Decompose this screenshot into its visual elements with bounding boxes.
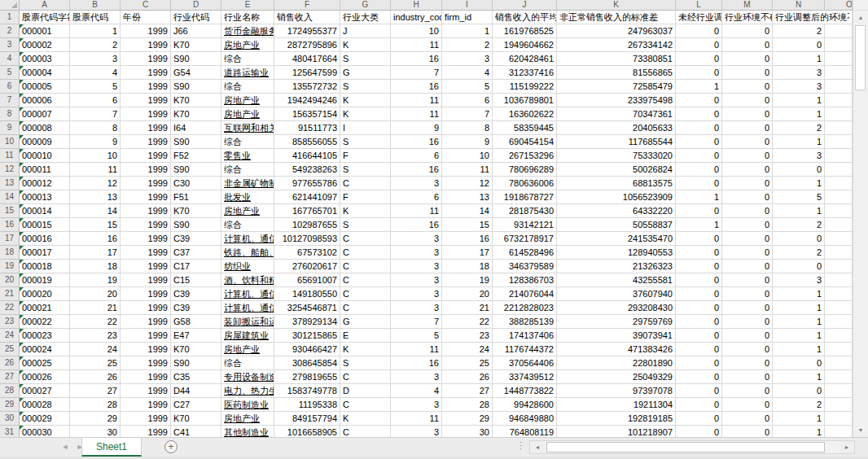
cell-K22[interactable]: 293208430 [557, 301, 676, 315]
cell-G6[interactable]: S [340, 80, 391, 94]
cell-J25[interactable]: 1176744372 [493, 343, 557, 356]
cell-M10[interactable]: 0 [722, 135, 773, 149]
row-number-12[interactable]: 12 [0, 163, 20, 177]
cell-L11[interactable]: 0 [676, 149, 722, 163]
cell-J2[interactable]: 1619768525 [493, 24, 557, 38]
cell-D27[interactable]: C35 [171, 370, 221, 384]
cell-E14[interactable]: 批发业 [221, 190, 274, 204]
cell-O7[interactable] [825, 94, 853, 107]
cell-K6[interactable]: 72585479 [557, 80, 676, 94]
cell-G16[interactable]: S [340, 218, 391, 232]
row-number-10[interactable]: 10 [0, 135, 20, 149]
cell-M8[interactable]: 0 [722, 107, 773, 121]
cell-O22[interactable] [825, 301, 853, 315]
cell-C27[interactable]: 1999 [121, 370, 171, 384]
cell-C11[interactable]: 1999 [121, 149, 171, 163]
cell-D3[interactable]: K70 [171, 38, 221, 52]
column-header-C[interactable]: C [121, 0, 171, 11]
cell-N14[interactable]: 5 [773, 190, 825, 204]
cell-H21[interactable]: 3 [391, 287, 442, 301]
cell-F4[interactable]: 480417664 [274, 52, 340, 66]
scroll-up-button[interactable]: ▲ [853, 11, 868, 24]
cell-F27[interactable]: 279819655 [274, 370, 340, 384]
cell-M26[interactable]: 0 [722, 356, 773, 370]
cell-H18[interactable]: 3 [391, 246, 442, 260]
cell-M17[interactable]: 0 [722, 232, 773, 246]
cell-O11[interactable] [825, 149, 853, 163]
cell-J19[interactable]: 346379589 [493, 260, 557, 273]
cell-B19[interactable]: 18 [70, 260, 121, 273]
row-number-30[interactable]: 30 [0, 412, 20, 426]
cell-K16[interactable]: 50558837 [557, 218, 676, 232]
cell-A9[interactable]: 000008 [20, 121, 70, 135]
cell-M2[interactable]: 0 [722, 24, 773, 38]
cell-D23[interactable]: G58 [171, 315, 221, 329]
cell-M27[interactable]: 0 [722, 370, 773, 384]
cell-A4[interactable]: 000003 [20, 52, 70, 66]
row-number-20[interactable]: 20 [0, 273, 20, 287]
cell-F28[interactable]: 1583749778 [274, 384, 340, 398]
cell-I29[interactable]: 28 [442, 398, 493, 412]
cell-H8[interactable]: 11 [391, 107, 442, 121]
cell-K30[interactable]: 192819185 [557, 412, 676, 426]
cell-M29[interactable]: 0 [722, 398, 773, 412]
cell-F22[interactable]: 3254546871 [274, 301, 340, 315]
cell-E2[interactable]: 货币金融服务 [221, 24, 274, 38]
scrollbar-splitter-handle[interactable]: ⋮ [516, 440, 524, 451]
cell-M30[interactable]: 0 [722, 412, 773, 426]
cell-B12[interactable]: 11 [70, 163, 121, 177]
cell-E19[interactable]: 纺织业 [221, 260, 274, 273]
cell-C28[interactable]: 1999 [121, 384, 171, 398]
cell-E11[interactable]: 零售业 [221, 149, 274, 163]
cell-F1[interactable]: 销售收入 [274, 11, 340, 24]
cell-B10[interactable]: 9 [70, 135, 121, 149]
cell-C26[interactable]: 1999 [121, 356, 171, 370]
cell-A11[interactable]: 000010 [20, 149, 70, 163]
cell-K12[interactable]: 50026824 [557, 163, 676, 177]
cell-F15[interactable]: 167765701 [274, 204, 340, 218]
cell-E26[interactable]: 综合 [221, 356, 274, 370]
column-header-J[interactable]: J [493, 0, 557, 11]
cell-D2[interactable]: J66 [171, 24, 221, 38]
cell-M11[interactable]: 0 [722, 149, 773, 163]
cell-N18[interactable]: 2 [773, 246, 825, 260]
cell-E1[interactable]: 行业名称 [221, 11, 274, 24]
cell-B27[interactable]: 26 [70, 370, 121, 384]
cell-A10[interactable]: 000009 [20, 135, 70, 149]
cell-G8[interactable]: K [340, 107, 391, 121]
cell-L30[interactable]: 0 [676, 412, 722, 426]
cell-K15[interactable]: 64332220 [557, 204, 676, 218]
row-number-4[interactable]: 4 [0, 52, 20, 66]
cell-J1[interactable]: 销售收入的平均值 [493, 11, 557, 24]
cell-G31[interactable]: C [340, 426, 391, 437]
row-number-6[interactable]: 6 [0, 80, 20, 94]
cell-A7[interactable]: 000006 [20, 94, 70, 107]
column-header-I[interactable]: I [442, 0, 493, 11]
cell-F5[interactable]: 125647599 [274, 66, 340, 80]
cell-H16[interactable]: 16 [391, 218, 442, 232]
cell-B29[interactable]: 28 [70, 398, 121, 412]
row-number-18[interactable]: 18 [0, 246, 20, 260]
horizontal-scrollbar-thumb[interactable] [546, 442, 825, 452]
cell-A12[interactable]: 000011 [20, 163, 70, 177]
cell-H2[interactable]: 10 [391, 24, 442, 38]
cell-J9[interactable]: 58359445 [493, 121, 557, 135]
cell-L25[interactable]: 0 [676, 343, 722, 356]
cell-L3[interactable]: 0 [676, 38, 722, 52]
cell-C7[interactable]: 1999 [121, 94, 171, 107]
cell-B4[interactable]: 3 [70, 52, 121, 66]
cell-L17[interactable]: 0 [676, 232, 722, 246]
cell-F16[interactable]: 102987655 [274, 218, 340, 232]
cell-D18[interactable]: C37 [171, 246, 221, 260]
cell-N24[interactable]: 1 [773, 329, 825, 343]
cell-I2[interactable]: 1 [442, 24, 493, 38]
cell-M9[interactable]: 0 [722, 121, 773, 135]
cell-C5[interactable]: 1999 [121, 66, 171, 80]
cell-E24[interactable]: 房屋建筑业 [221, 329, 274, 343]
cell-H4[interactable]: 16 [391, 52, 442, 66]
cell-F23[interactable]: 378929134 [274, 315, 340, 329]
cell-N30[interactable]: 1 [773, 412, 825, 426]
select-all-corner[interactable] [0, 0, 20, 11]
cell-L31[interactable]: 0 [676, 426, 722, 437]
cell-B13[interactable]: 12 [70, 177, 121, 190]
